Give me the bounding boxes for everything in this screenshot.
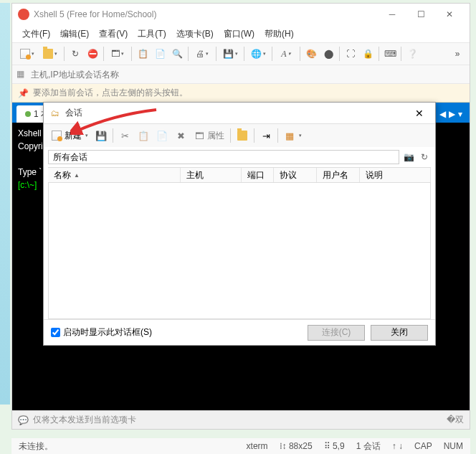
disconnect-button[interactable]: ⛔ [85, 46, 100, 62]
menu-tools[interactable]: 工具(T) [133, 27, 170, 42]
status-flags: ↑ ↓ [389, 441, 406, 451]
address-input[interactable] [31, 70, 465, 80]
view-icon: ▦ [284, 130, 295, 141]
properties-button[interactable]: 🗔 属性 [191, 127, 227, 144]
copy-button[interactable]: 📋 [135, 127, 152, 144]
hint-text: 要添加当前会话，点击左侧的箭头按钮。 [33, 87, 188, 99]
sessions-dialog: 🗂 会话 ✕ 新建 ▾ 💾 ✂ 📋 📄 ✖ 🗔 属性 ⇥ ▦▾ 📷 ↻ 名称▲ [43, 102, 436, 346]
search-row: 📷 ↻ [44, 147, 435, 167]
help-button[interactable]: ❔ [404, 46, 420, 62]
copy-button[interactable]: 📋 [135, 46, 151, 62]
dialog-close-button[interactable]: ✕ [409, 105, 429, 121]
status-pos: ⠿ 5,9 [321, 441, 348, 451]
compose-bar: 💬 仅将文本发送到当前选项卡 �双 [12, 410, 470, 429]
show-on-start-checkbox[interactable]: 启动时显示此对话框(S) [51, 326, 302, 339]
transfer-button[interactable]: 💾▾ [219, 46, 241, 62]
new-file-icon [51, 130, 62, 141]
find-button[interactable]: 🔍 [169, 46, 185, 62]
session-list[interactable] [48, 183, 431, 319]
open-button[interactable]: ▾ [39, 46, 61, 62]
col-host[interactable]: 主机 [181, 168, 242, 182]
search-input[interactable] [48, 150, 399, 164]
col-desc[interactable]: 说明 [360, 168, 431, 182]
props-label: 属性 [207, 130, 224, 142]
status-num: NUM [441, 441, 466, 451]
menu-tabs[interactable]: 选项卡(B) [172, 27, 218, 42]
lock-button[interactable]: 🔒 [360, 46, 376, 62]
reconnect-button[interactable]: ↻ [67, 46, 83, 62]
status-bar: 未连接。 xterm ⁞↕ 88x25 ⠿ 5,9 1 会话 ↑ ↓ CAP N… [11, 438, 470, 454]
window-title: Xshell 5 (Free for Home/School) [34, 9, 378, 19]
hint-bar: 📌 要添加当前会话，点击左侧的箭头按钮。 [12, 84, 470, 103]
maximize-button[interactable]: ☐ [406, 4, 435, 24]
menu-help[interactable]: 帮助(H) [260, 27, 298, 42]
app-icon [18, 9, 29, 20]
font-button[interactable]: A▾ [275, 46, 297, 62]
address-bar: ▦ [12, 65, 470, 84]
status-connection: 未连接。 [16, 440, 56, 453]
dialog-title: 会话 [65, 107, 409, 119]
highlight-button[interactable]: ⬤ [320, 46, 336, 62]
print-button[interactable]: 🖨▾ [191, 46, 213, 62]
refresh-icon[interactable]: ↻ [418, 151, 431, 164]
status-sessions: 1 会话 [353, 440, 384, 453]
fullscreen-button[interactable]: ⛶ [343, 46, 358, 62]
compose-expand-icon[interactable]: �双 [447, 414, 464, 426]
status-term: xterm [244, 441, 271, 451]
menubar: 文件(F) 编辑(E) 查看(V) 工具(T) 选项卡(B) 窗口(W) 帮助(… [12, 25, 470, 42]
new-button[interactable]: 新建 ▾ [48, 127, 91, 144]
import-button[interactable]: ⇥ [257, 127, 275, 144]
compose-icon[interactable]: 💬 [18, 415, 29, 425]
tab-next-icon[interactable]: ▶ [449, 109, 455, 121]
show-on-start-input[interactable] [51, 328, 60, 337]
delete-icon: ✖ [175, 130, 186, 141]
tab-menu-icon[interactable]: ▾ [458, 109, 462, 121]
save-button[interactable]: 💾 [92, 127, 110, 144]
view-button[interactable]: ▦▾ [281, 127, 305, 144]
paste-button[interactable]: 📄 [153, 127, 171, 144]
dialog-toolbar: 新建 ▾ 💾 ✂ 📋 📄 ✖ 🗔 属性 ⇥ ▦▾ [44, 124, 435, 147]
close-dialog-button[interactable]: 关闭 [371, 325, 428, 341]
dialog-icon: 🗂 [49, 108, 61, 119]
compose-hint: 仅将文本发送到当前选项卡 [33, 414, 447, 426]
tab-prev-icon[interactable]: ◀ [439, 109, 446, 121]
column-headers: 名称▲ 主机 端口 协议 用户名 说明 [48, 167, 431, 183]
close-button[interactable]: ✕ [435, 4, 464, 24]
col-user[interactable]: 用户名 [317, 168, 360, 182]
col-proto[interactable]: 协议 [274, 168, 317, 182]
color-scheme-button[interactable]: 🎨 [303, 46, 319, 62]
copy-icon: 📋 [138, 130, 149, 141]
delete-button[interactable]: ✖ [172, 127, 189, 144]
cut-icon: ✂ [119, 130, 130, 141]
checkbox-label: 启动时显示此对话框(S) [63, 326, 152, 339]
properties-button[interactable]: 🗔▾ [107, 46, 128, 62]
dialog-titlebar[interactable]: 🗂 会话 ✕ [44, 103, 435, 124]
open-folder-button[interactable] [234, 127, 251, 144]
menu-file[interactable]: 文件(F) [18, 27, 54, 42]
minimize-button[interactable]: ─ [378, 4, 406, 24]
menu-view[interactable]: 查看(V) [95, 27, 132, 42]
keyboard-button[interactable]: ⌨ [382, 46, 398, 62]
tab-status-icon [25, 111, 31, 117]
menu-window[interactable]: 窗口(W) [219, 27, 259, 42]
titlebar[interactable]: Xshell 5 (Free for Home/School) ─ ☐ ✕ [12, 4, 470, 25]
hint-pin-icon[interactable]: 📌 [18, 88, 29, 98]
col-name[interactable]: 名称▲ [48, 168, 181, 182]
new-session-button[interactable]: ▾ [16, 46, 38, 62]
save-icon: 💾 [95, 130, 107, 141]
dialog-footer: 启动时显示此对话框(S) 连接(C) 关闭 [44, 319, 435, 345]
cut-button[interactable]: ✂ [116, 127, 133, 144]
more-button[interactable]: » [449, 46, 465, 62]
camera-icon[interactable]: 📷 [402, 151, 415, 164]
connect-button[interactable]: 连接(C) [308, 325, 365, 341]
import-icon: ⇥ [260, 130, 272, 141]
col-port[interactable]: 端口 [242, 168, 274, 182]
main-toolbar: ▾ ▾ ↻ ⛔ 🗔▾ 📋 📄 🔍 🖨▾ 💾▾ 🌐▾ A▾ 🎨 ⬤ ⛶ 🔒 ⌨ ❔… [12, 42, 470, 65]
props-icon: 🗔 [194, 130, 205, 141]
paste-icon: 📄 [156, 130, 168, 141]
menu-edit[interactable]: 编辑(E) [56, 27, 93, 42]
paste-button[interactable]: 📄 [152, 46, 168, 62]
address-icon: ▦ [16, 69, 28, 80]
web-button[interactable]: 🌐▾ [247, 46, 269, 62]
status-cap: CAP [411, 441, 435, 451]
